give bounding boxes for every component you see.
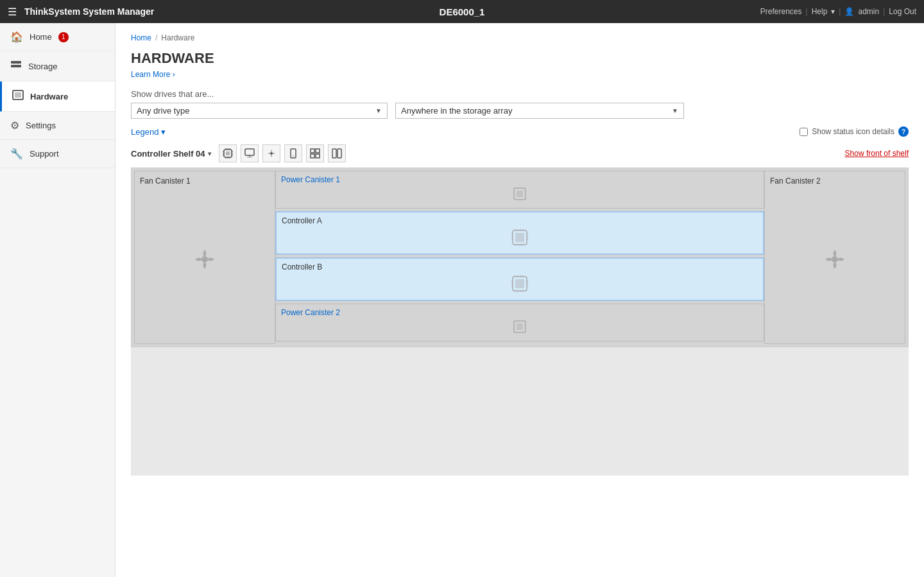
svg-rect-24 bbox=[311, 149, 314, 153]
sidebar-label-home: Home bbox=[30, 32, 52, 42]
help-link[interactable]: Help bbox=[812, 7, 828, 16]
menu-icon[interactable]: ☰ bbox=[8, 6, 17, 18]
fan-icon-btn[interactable] bbox=[262, 144, 280, 162]
sidebar: 🏠 Home 1 Storage Hardware ⚙ Settings 🔧 S… bbox=[0, 23, 116, 577]
show-front-link[interactable]: Show front of shelf bbox=[845, 149, 909, 158]
storage-icon bbox=[10, 59, 22, 73]
sidebar-item-home[interactable]: 🏠 Home 1 bbox=[0, 23, 115, 51]
svg-rect-1 bbox=[11, 65, 21, 67]
sidebar-label-storage: Storage bbox=[28, 62, 58, 71]
shelf-selector[interactable]: Controller Shelf 04 ▾ bbox=[131, 149, 211, 159]
controller-a[interactable]: Controller A bbox=[275, 211, 764, 255]
svg-point-67 bbox=[832, 256, 838, 263]
logout-link[interactable]: Log Out bbox=[889, 7, 916, 16]
grid-icon-btn[interactable] bbox=[306, 144, 324, 162]
fan-canister-1-label: Fan Canister 1 bbox=[140, 177, 191, 185]
location-value: Anywhere in the storage array bbox=[401, 106, 668, 116]
status-icon-label: Show status icon details bbox=[812, 127, 894, 136]
shelf-toolbar-left: Controller Shelf 04 ▾ bbox=[131, 144, 346, 162]
svg-rect-5 bbox=[226, 151, 230, 155]
top-navigation: ☰ ThinkSystem System Manager DE6000_1 Pr… bbox=[0, 0, 924, 23]
page-title: HARDWARE bbox=[131, 50, 909, 67]
status-icon-checkbox[interactable] bbox=[800, 128, 808, 136]
help-icon[interactable]: ? bbox=[898, 126, 909, 137]
controller-b[interactable]: Controller B bbox=[275, 257, 764, 301]
fan-2-icon bbox=[822, 246, 848, 277]
sidebar-label-support: Support bbox=[30, 149, 59, 159]
home-badge: 1 bbox=[58, 32, 69, 42]
svg-rect-25 bbox=[316, 149, 320, 153]
controller-a-label: Controller A bbox=[282, 216, 758, 225]
center-section: Power Canister 1 Controller A bbox=[275, 171, 764, 344]
sidebar-item-storage[interactable]: Storage bbox=[0, 51, 115, 82]
filter-label: Show drives that are... bbox=[131, 89, 909, 99]
location-arrow: ▼ bbox=[672, 107, 678, 114]
legend-status-row: Legend ▾ Show status icon details ? bbox=[131, 126, 909, 137]
monitor-icon-btn[interactable] bbox=[241, 144, 259, 162]
controller-b-label: Controller B bbox=[282, 263, 758, 271]
fan-1-icon bbox=[192, 246, 218, 277]
sidebar-label-settings: Settings bbox=[26, 121, 56, 130]
admin-link[interactable]: admin bbox=[858, 7, 879, 16]
home-icon: 🏠 bbox=[10, 31, 23, 43]
sidebar-item-settings[interactable]: ⚙ Settings bbox=[0, 112, 115, 140]
settings-icon: ⚙ bbox=[10, 119, 19, 132]
support-icon: 🔧 bbox=[10, 148, 23, 160]
learn-more-arrow: › bbox=[173, 70, 175, 79]
drive-type-value: Any drive type bbox=[137, 106, 372, 116]
gray-area bbox=[131, 347, 909, 476]
sep3: | bbox=[883, 7, 885, 16]
fan-canister-1[interactable]: Fan Canister 1 bbox=[134, 171, 275, 344]
power-1-icon bbox=[281, 187, 758, 204]
content-area: Home / Hardware HARDWARE Learn More › Sh… bbox=[116, 23, 924, 486]
system-name: DE6000_1 bbox=[440, 6, 485, 17]
breadcrumb-home[interactable]: Home bbox=[131, 33, 151, 42]
hardware-icon bbox=[12, 89, 24, 103]
filter-row: Any drive type ▼ Anywhere in the storage… bbox=[131, 103, 909, 119]
legend-button[interactable]: Legend ▾ bbox=[131, 127, 166, 137]
svg-rect-27 bbox=[316, 154, 320, 158]
app-title: ThinkSystem System Manager bbox=[24, 6, 760, 17]
legend-arrow: ▾ bbox=[161, 127, 166, 137]
breadcrumb-current: Hardware bbox=[161, 33, 194, 42]
shelf-selector-arrow: ▾ bbox=[208, 150, 211, 157]
svg-rect-0 bbox=[11, 61, 21, 64]
breadcrumb-separator: / bbox=[155, 33, 157, 42]
sep2: | bbox=[839, 7, 841, 16]
svg-rect-3 bbox=[15, 92, 21, 98]
shelf-label: Controller Shelf 04 bbox=[131, 149, 205, 159]
breadcrumb: Home / Hardware bbox=[131, 33, 909, 42]
svg-rect-26 bbox=[311, 154, 314, 158]
shelf-icons bbox=[219, 144, 346, 162]
svg-rect-34 bbox=[515, 233, 524, 242]
power-canister-1-label: Power Canister 1 bbox=[281, 175, 758, 184]
status-icon-row: Show status icon details ? bbox=[800, 126, 909, 137]
sidebar-item-hardware[interactable]: Hardware bbox=[0, 82, 115, 112]
power-canister-2[interactable]: Power Canister 2 bbox=[275, 304, 764, 341]
learn-more-link[interactable]: Learn More › bbox=[131, 70, 175, 79]
drive-type-arrow: ▼ bbox=[375, 107, 382, 114]
fan-canister-2[interactable]: Fan Canister 2 bbox=[764, 171, 905, 344]
legend-label: Legend bbox=[131, 127, 158, 137]
controller-b-icon bbox=[282, 275, 758, 296]
power-canister-1[interactable]: Power Canister 1 bbox=[275, 171, 764, 209]
mobile-icon-btn[interactable] bbox=[284, 144, 302, 162]
shelf-toolbar: Controller Shelf 04 ▾ bbox=[131, 144, 909, 162]
svg-rect-28 bbox=[332, 149, 336, 158]
filter-section: Show drives that are... Any drive type ▼… bbox=[131, 89, 909, 119]
svg-point-21 bbox=[270, 152, 273, 155]
admin-icon: 👤 bbox=[844, 7, 854, 16]
location-select[interactable]: Anywhere in the storage array ▼ bbox=[395, 103, 684, 119]
split-icon-btn[interactable] bbox=[328, 144, 346, 162]
svg-rect-32 bbox=[517, 191, 523, 197]
svg-point-30 bbox=[201, 256, 208, 263]
chip-icon-btn[interactable] bbox=[219, 144, 237, 162]
learn-more-text: Learn More bbox=[131, 70, 170, 79]
sidebar-item-support[interactable]: 🔧 Support bbox=[0, 140, 115, 168]
preferences-link[interactable]: Preferences bbox=[760, 7, 802, 16]
sep1: | bbox=[806, 7, 808, 16]
power-2-icon bbox=[281, 320, 758, 337]
sidebar-label-hardware: Hardware bbox=[30, 92, 68, 101]
svg-rect-19 bbox=[247, 157, 252, 158]
drive-type-select[interactable]: Any drive type ▼ bbox=[131, 103, 388, 119]
